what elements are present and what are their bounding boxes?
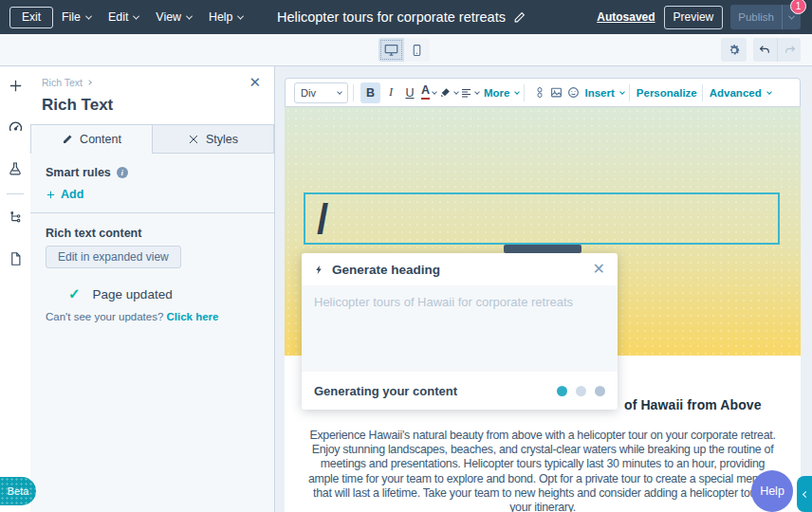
italic-button[interactable]: I bbox=[382, 82, 399, 103]
advanced-menu[interactable]: Advanced bbox=[710, 87, 771, 99]
click-here-link[interactable]: Click here bbox=[167, 311, 219, 322]
edit-title-icon[interactable] bbox=[513, 11, 526, 24]
prompt-input[interactable]: Helicopter tours of Hawaii for corporate… bbox=[302, 285, 618, 372]
tab-content[interactable]: Content bbox=[30, 124, 153, 154]
editor-toolbar bbox=[0, 34, 812, 66]
module-drag-handle[interactable] bbox=[504, 245, 581, 253]
menu-view[interactable]: View bbox=[147, 10, 200, 24]
publish-button-group: Publish 1 bbox=[730, 5, 801, 29]
pencil-icon bbox=[62, 134, 73, 145]
undo-icon bbox=[758, 44, 772, 56]
personalize-button[interactable]: Personalize bbox=[637, 87, 697, 99]
autosaved-link[interactable]: Autosaved bbox=[597, 10, 655, 24]
bold-button[interactable]: B bbox=[360, 82, 380, 103]
more-menu[interactable]: More bbox=[484, 87, 519, 99]
preview-button[interactable]: Preview bbox=[664, 6, 724, 29]
editor-stage: Div B I U A More bbox=[275, 66, 812, 512]
breadcrumb[interactable]: Rich Text bbox=[42, 77, 91, 88]
menu-file[interactable]: File bbox=[53, 10, 100, 24]
top-bar: Exit File Edit View Help Helicopter tour… bbox=[0, 0, 812, 34]
flask-icon bbox=[8, 161, 23, 176]
modal-title: Generate heading bbox=[332, 263, 440, 277]
align-button[interactable] bbox=[460, 82, 479, 103]
page-updated-status: ✓ Page updated bbox=[68, 285, 259, 302]
test-button[interactable] bbox=[0, 155, 30, 182]
insert-menu[interactable]: Insert bbox=[584, 87, 623, 99]
section-heading: of Hawaii from Above bbox=[624, 397, 762, 412]
beta-badge[interactable]: Beta bbox=[0, 477, 36, 505]
plus-icon bbox=[8, 78, 24, 94]
selected-rich-text-module[interactable]: / bbox=[304, 192, 780, 245]
slash-command-text: / bbox=[317, 195, 328, 243]
panel-title: Rich Text bbox=[42, 96, 261, 115]
gear-icon bbox=[728, 44, 741, 57]
tab-styles[interactable]: Styles bbox=[153, 124, 274, 154]
emoji-icon[interactable] bbox=[567, 86, 580, 99]
align-icon bbox=[460, 87, 472, 99]
optimize-button[interactable] bbox=[0, 114, 30, 140]
exit-button[interactable]: Exit bbox=[9, 7, 53, 28]
brush-icon bbox=[188, 134, 199, 145]
modal-close-icon[interactable]: ✕ bbox=[593, 262, 605, 277]
desktop-view-button[interactable] bbox=[378, 38, 404, 62]
menu-help[interactable]: Help bbox=[200, 10, 251, 24]
menu-bar: File Edit View Help bbox=[53, 10, 251, 24]
add-smart-rule-link[interactable]: Add bbox=[46, 188, 259, 201]
document-icon bbox=[9, 251, 23, 266]
left-icon-rail bbox=[0, 66, 30, 512]
notification-badge[interactable]: 1 bbox=[790, 0, 806, 14]
page-title: Helicopter tours for corporate retreats bbox=[277, 0, 526, 34]
collapse-drawer-tab[interactable] bbox=[797, 476, 812, 512]
device-toggle bbox=[378, 38, 430, 62]
updates-hint: Can't see your updates? Click here bbox=[46, 311, 259, 322]
monitor-icon bbox=[384, 43, 398, 57]
redo-button[interactable] bbox=[777, 38, 801, 62]
add-module-button[interactable] bbox=[0, 72, 30, 99]
redo-icon bbox=[783, 44, 797, 56]
rail-divider bbox=[7, 193, 24, 194]
publish-button[interactable]: Publish bbox=[730, 5, 782, 29]
image-icon[interactable] bbox=[550, 86, 563, 99]
help-button[interactable]: Help bbox=[751, 470, 793, 512]
module-panel: Rich Text ✕ Rich Text Content Styles Sma… bbox=[30, 66, 275, 512]
undo-button[interactable] bbox=[753, 38, 777, 62]
smartphone-icon bbox=[411, 44, 423, 57]
font-color-button[interactable]: A bbox=[420, 82, 437, 103]
section-paragraph: Experience Hawaii's natural beauty from … bbox=[286, 429, 799, 512]
undo-redo-group bbox=[753, 38, 801, 62]
generating-status: Generating your content bbox=[314, 384, 457, 398]
gauge-icon bbox=[8, 119, 24, 136]
structure-button[interactable] bbox=[0, 204, 30, 230]
highlight-button[interactable] bbox=[439, 82, 458, 103]
close-panel-icon[interactable]: ✕ bbox=[249, 75, 261, 89]
smart-rules-label: Smart rules i bbox=[46, 166, 259, 179]
plus-icon bbox=[46, 190, 56, 200]
marker-icon bbox=[439, 86, 452, 99]
mobile-view-button[interactable] bbox=[404, 38, 430, 62]
rich-text-content-label: Rich text content bbox=[46, 227, 259, 240]
menu-edit[interactable]: Edit bbox=[100, 10, 147, 24]
check-icon: ✓ bbox=[68, 285, 81, 302]
lightning-icon bbox=[314, 264, 324, 276]
edit-expanded-view-button[interactable]: Edit in expanded view bbox=[46, 246, 181, 268]
page-content-button[interactable] bbox=[0, 246, 30, 272]
tree-icon bbox=[9, 210, 23, 225]
loading-dots bbox=[557, 386, 605, 396]
block-format-select[interactable]: Div bbox=[294, 82, 348, 103]
rich-text-toolbar: Div B I U A More bbox=[285, 78, 801, 107]
generate-heading-modal: Generate heading ✕ Helicopter tours of H… bbox=[302, 253, 618, 410]
link-icon[interactable] bbox=[534, 86, 545, 99]
underline-button[interactable]: U bbox=[401, 82, 418, 103]
settings-button[interactable] bbox=[721, 38, 747, 62]
info-icon[interactable]: i bbox=[117, 167, 128, 178]
